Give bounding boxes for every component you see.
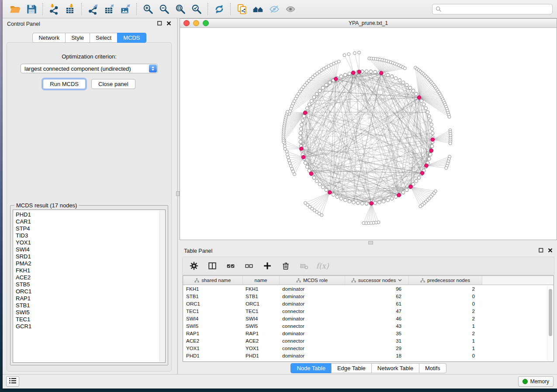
select-all-checkboxes-button[interactable]	[225, 260, 236, 272]
window-zoom-button[interactable]	[203, 20, 209, 26]
table-scrollbar[interactable]	[547, 285, 553, 361]
close-panel-button[interactable]: Close panel	[91, 79, 135, 89]
cell-filler	[482, 322, 554, 330]
mcds-result-item[interactable]: SRD1	[16, 253, 165, 260]
column-type-icon	[194, 278, 199, 283]
tab-style[interactable]: Style	[65, 33, 90, 43]
close-panel-icon[interactable]	[166, 21, 171, 27]
tab-edge-table[interactable]: Edge Table	[331, 363, 372, 373]
first-neighbors-icon	[253, 3, 264, 15]
show-all-button[interactable]	[282, 2, 298, 16]
result-list-scrollbar[interactable]	[159, 210, 165, 362]
hide-selected-button[interactable]	[266, 2, 282, 16]
tab-select[interactable]: Select	[90, 33, 118, 43]
horizontal-splitter[interactable]	[180, 240, 557, 245]
clone-network-button[interactable]	[234, 2, 250, 16]
zoom-selected-button[interactable]	[188, 2, 204, 16]
cell-successor-nodes: 47	[345, 307, 408, 315]
cell-MCDS-role: dominator	[279, 330, 345, 337]
add-column-button[interactable]	[262, 260, 273, 272]
mcds-result-item[interactable]: TID3	[16, 232, 165, 239]
cell-successor-nodes: 46	[345, 315, 408, 322]
table-row[interactable]: TEC1TEC1connector472	[183, 307, 554, 315]
vertical-splitter[interactable]	[176, 18, 180, 374]
window-close-button[interactable]	[183, 20, 190, 26]
mcds-result-item[interactable]: STP4	[16, 225, 165, 232]
export-image-button[interactable]	[117, 2, 133, 16]
save-session-icon	[26, 3, 37, 15]
zoom-out-button[interactable]	[156, 2, 172, 16]
mcds-result-item[interactable]: CAR1	[16, 218, 165, 225]
mcds-result-item[interactable]: FKH1	[16, 267, 165, 274]
column-header-predecessor-nodes[interactable]: predecessor nodes	[408, 276, 482, 285]
optimization-criterion-dropdown[interactable]: largest connected component (undirected)	[21, 64, 158, 73]
mcds-result-item[interactable]: STB1	[16, 302, 165, 309]
tab-network-table[interactable]: Network Table	[371, 363, 419, 373]
mcds-result-item[interactable]: YOX1	[16, 239, 165, 246]
memory-button[interactable]: Memory	[518, 376, 554, 387]
export-network-button[interactable]	[85, 2, 101, 16]
delete-table-icon	[299, 261, 309, 271]
mcds-result-item[interactable]: SWI5	[16, 309, 165, 316]
run-mcds-button[interactable]: Run MCDS	[43, 79, 86, 89]
settings-gear-button[interactable]	[188, 260, 200, 272]
first-neighbors-button[interactable]	[250, 2, 266, 16]
column-header-MCDS-role[interactable]: MCDS role	[279, 276, 345, 285]
tab-network[interactable]: Network	[32, 33, 66, 43]
search-box[interactable]	[432, 4, 553, 14]
column-header-successor-nodes[interactable]: successor nodes	[345, 276, 408, 285]
refresh-button[interactable]	[211, 2, 227, 16]
export-table-button[interactable]	[101, 2, 117, 16]
horizontal-splitter-handle[interactable]	[368, 241, 373, 244]
table-scrollbar-thumb[interactable]	[549, 289, 552, 336]
table-row[interactable]: YOX1YOX1connector291	[183, 344, 554, 352]
float-table-panel-icon[interactable]	[539, 248, 543, 254]
column-header-name[interactable]: name	[242, 276, 279, 285]
open-file-button[interactable]	[7, 2, 23, 16]
tab-mcds[interactable]: MCDS	[117, 33, 146, 43]
log-console-button[interactable]	[6, 376, 19, 387]
mcds-result-item[interactable]: TEC1	[16, 316, 165, 323]
deselect-all-checkboxes-button[interactable]	[243, 260, 255, 272]
column-type-icon	[351, 278, 356, 283]
mcds-result-item[interactable]: STB5	[16, 281, 165, 288]
delete-column-button[interactable]	[280, 260, 291, 272]
cell-filler	[482, 285, 554, 293]
tab-motifs[interactable]: Motifs	[419, 363, 446, 373]
cell-shared-name: YOX1	[183, 344, 242, 352]
mcds-result-item[interactable]: PHD1	[16, 211, 165, 218]
table-row[interactable]: ORC1ORC1dominator610	[183, 300, 554, 307]
search-input[interactable]	[444, 6, 549, 13]
cell-predecessor-nodes: 1	[408, 337, 482, 344]
tab-node-table[interactable]: Node Table	[291, 363, 332, 373]
mcds-result-item[interactable]: ORC1	[16, 288, 165, 295]
zoom-fit-button[interactable]	[172, 2, 188, 16]
column-layout-button[interactable]	[207, 260, 218, 272]
mcds-result-item[interactable]: GCR1	[16, 323, 165, 330]
mcds-result-item[interactable]: PMA2	[16, 260, 165, 267]
import-table-button[interactable]	[62, 2, 78, 16]
cell-filler	[482, 307, 554, 315]
table-row[interactable]: FKH1FKH1dominator962	[183, 285, 554, 293]
dropdown-value: largest connected component (undirected)	[24, 65, 131, 72]
network-graph[interactable]	[180, 28, 557, 240]
zoom-in-button[interactable]	[140, 2, 156, 16]
clone-network-icon	[236, 3, 248, 15]
column-header-shared-name[interactable]: shared name	[183, 276, 242, 285]
table-row[interactable]: PHD1PHD1dominator180	[183, 352, 554, 359]
table-row[interactable]: RAP1RAP1dominator352	[183, 330, 554, 337]
table-row[interactable]: SWI5SWI5connector431	[183, 322, 554, 330]
mcds-result-item[interactable]: RAP1	[16, 295, 165, 302]
table-row[interactable]: SWI4SWI4dominator462	[183, 315, 554, 322]
close-table-panel-icon[interactable]	[548, 248, 553, 254]
mcds-result-item[interactable]: SWI4	[16, 246, 165, 253]
float-panel-icon[interactable]	[157, 21, 162, 27]
table-row[interactable]: STB1STB1dominator620	[183, 292, 554, 300]
window-minimize-button[interactable]	[193, 20, 199, 26]
save-session-button[interactable]	[23, 2, 39, 16]
import-network-button[interactable]	[46, 2, 62, 16]
vertical-splitter-handle[interactable]	[176, 191, 180, 196]
network-canvas[interactable]	[180, 28, 557, 240]
table-row[interactable]: ACE2ACE2connector311	[183, 337, 554, 344]
mcds-result-item[interactable]: ACE2	[16, 274, 165, 281]
